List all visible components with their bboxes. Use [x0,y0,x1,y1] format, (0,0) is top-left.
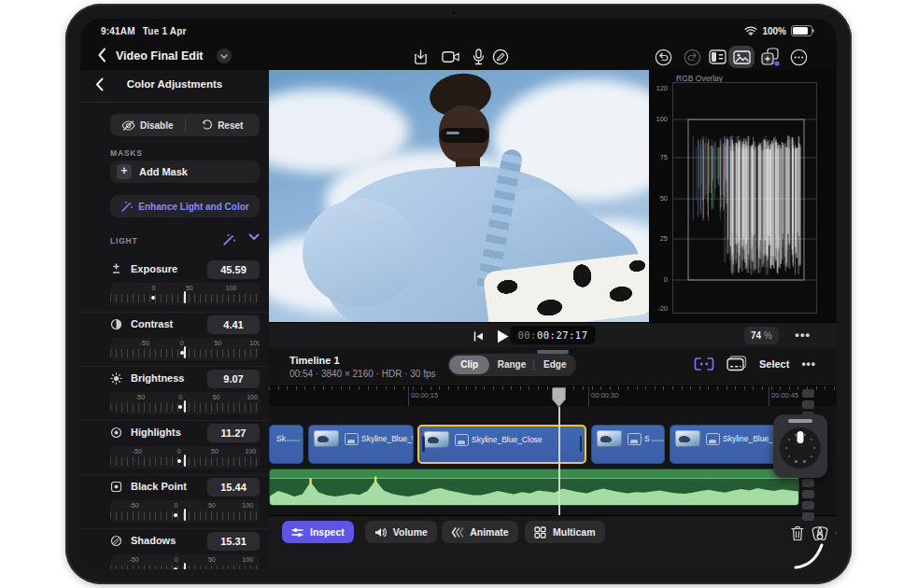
viewer-more-button[interactable]: ••• [795,328,811,342]
selection-mode-segmented: ClipRangeEdge [448,354,576,376]
timeline-tracks: SkSkyline_Blue_WideSkyline_Blue_CloseSSk… [269,406,837,515]
slider-value-field[interactable]: 11.27 [207,424,260,442]
undo-icon [655,49,672,66]
scope-axis-label: 100 [645,115,668,123]
button-label: Animate [470,526,508,538]
battery-icon [791,25,812,36]
media-browser-button[interactable] [706,46,728,68]
blade-button[interactable] [811,524,829,542]
jog-drag-handle[interactable] [788,419,812,423]
clip-overview-icon[interactable] [727,356,747,371]
camera-icon [442,50,460,63]
dial-tick-dot [795,460,797,463]
pencil-tools-button[interactable] [489,46,512,68]
jog-knob[interactable] [797,431,804,443]
redo-button[interactable] [681,46,703,68]
slider-ruler[interactable]: -50050100 [110,554,260,569]
record-audio-button[interactable] [467,46,489,68]
multicam-button[interactable]: Multicam [525,521,605,543]
disable-label: Disable [140,120,174,131]
slider-name: Highlights [131,427,181,438]
record-video-button[interactable] [440,46,462,68]
jog-wheel[interactable] [773,414,827,478]
corner-flourish [794,541,831,569]
reset-button[interactable]: Reset [186,114,261,136]
project-menu-button[interactable] [217,49,232,63]
ruler-zero-dot [174,567,177,569]
photos-icon [733,50,751,64]
insert-button[interactable] [835,524,837,542]
slider-ruler[interactable]: -50050100 [110,338,260,360]
mode-clip[interactable]: Clip [449,356,489,374]
trim-handle-left[interactable] [422,436,425,452]
slider-brightness: Brightness9.07-50050100 [80,366,269,421]
animate-button[interactable]: Animate [442,521,517,543]
blade-icon [811,525,828,541]
clip-s[interactable]: S [591,425,665,464]
panel-header: Color Adjustments [80,70,269,103]
volume-button[interactable]: Volume [365,521,437,543]
clip-sk[interactable]: Sk [269,425,303,464]
import-button[interactable] [409,46,431,68]
clip-skyline_blue_close[interactable]: Skyline_Blue_Close [417,425,586,464]
zoom-unit: % [764,330,772,341]
ruler-scale-label: -50 [130,502,139,509]
mode-range[interactable]: Range [491,356,531,374]
slider-value-field[interactable]: 45.59 [207,260,260,279]
ruler-major-tick [408,386,409,407]
chevron-down-icon [220,54,228,59]
dial-tick-dot [803,460,806,463]
light-section-controls [110,233,260,246]
slider-ruler[interactable]: -50050100 [110,392,260,414]
photo-icon [706,433,720,445]
slider-ruler[interactable]: -50050100 [110,446,260,469]
slider-value-field[interactable]: 4.41 [207,315,260,334]
ruler-scale-label: 100 [226,285,237,291]
slider-name: Contrast [131,318,173,329]
ruler-scale-label: 100 [242,502,253,509]
undo-button[interactable] [652,46,674,68]
add-mask-label: Add Mask [139,166,188,177]
inspect-button[interactable]: Inspect [282,521,354,543]
slider-value-field[interactable]: 15.31 [207,532,260,551]
playhead-handle[interactable] [552,386,566,409]
clip-skyline_blue_wide[interactable]: Skyline_Blue_Wide [308,425,414,464]
disable-button[interactable]: Disable [110,114,185,136]
enhance-light-color-button[interactable]: Enhance Light and Color [110,195,260,217]
slider-value-field[interactable]: 15.44 [207,478,260,497]
slider-ruler[interactable]: -50050100 [110,500,260,523]
button-label: Multicam [553,526,596,538]
audio-clip[interactable] [269,469,799,506]
chevron-down-icon[interactable] [248,233,260,241]
more-options-button[interactable] [787,46,810,68]
ruler-zero-dot [151,296,155,300]
delete-button[interactable] [788,524,807,542]
add-mask-button[interactable]: + Add Mask [110,161,260,183]
pencil-icon [492,49,509,65]
timeline-more-button[interactable]: ••• [801,357,816,371]
multicam-icon [534,526,547,539]
app-screen: 9:41AMTue 1 Apr 100% Video Final Edit [80,19,837,569]
select-button[interactable]: Select [759,358,789,370]
play-button[interactable] [493,327,512,345]
ruler-scale-label: 0 [174,502,177,509]
mode-edge[interactable]: Edge [535,356,575,374]
effects-button[interactable] [758,46,781,68]
skip-back-button[interactable] [469,327,487,345]
back-button[interactable] [97,48,110,64]
viewer-button[interactable] [728,46,755,68]
wand-icon[interactable] [222,233,235,246]
viewer-zoom-control[interactable]: 74% [744,327,779,344]
jog-dial[interactable] [780,427,821,469]
clip-name: Skyline_Blue_Wide [361,434,414,443]
panel-title: Color Adjustments [80,78,269,90]
slider-value-field[interactable]: 9.07 [207,370,260,388]
ruler-scale-label: 50 [214,340,221,346]
trim-handle-right[interactable] [580,436,583,452]
ruler-zero-dot [174,513,177,517]
magnetic-timeline-icon[interactable] [694,357,714,371]
slider-ruler[interactable]: 050100 [110,283,260,305]
dial-tick-dot [803,434,806,437]
slider-exposure: Exposure45.59050100 [80,258,269,312]
playhead-line[interactable] [558,407,560,515]
